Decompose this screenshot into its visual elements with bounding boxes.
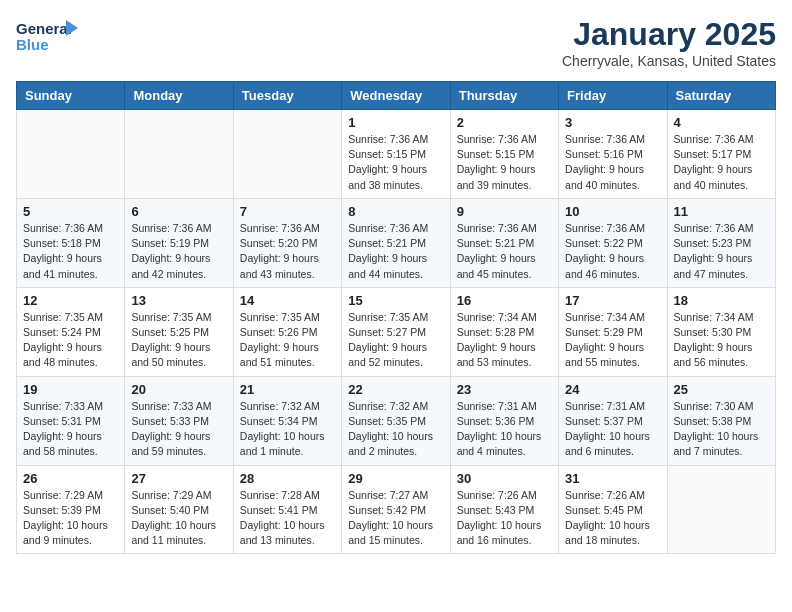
- day-number: 6: [131, 204, 226, 219]
- weekday-header: Friday: [559, 82, 667, 110]
- day-info: Sunrise: 7:33 AM Sunset: 5:33 PM Dayligh…: [131, 399, 226, 460]
- calendar-cell: 16Sunrise: 7:34 AM Sunset: 5:28 PM Dayli…: [450, 287, 558, 376]
- calendar-cell: [125, 110, 233, 199]
- day-number: 25: [674, 382, 769, 397]
- day-number: 23: [457, 382, 552, 397]
- day-number: 15: [348, 293, 443, 308]
- calendar-cell: 23Sunrise: 7:31 AM Sunset: 5:36 PM Dayli…: [450, 376, 558, 465]
- day-info: Sunrise: 7:35 AM Sunset: 5:25 PM Dayligh…: [131, 310, 226, 371]
- day-info: Sunrise: 7:26 AM Sunset: 5:43 PM Dayligh…: [457, 488, 552, 549]
- day-info: Sunrise: 7:36 AM Sunset: 5:21 PM Dayligh…: [457, 221, 552, 282]
- calendar-cell: 11Sunrise: 7:36 AM Sunset: 5:23 PM Dayli…: [667, 198, 775, 287]
- day-info: Sunrise: 7:31 AM Sunset: 5:37 PM Dayligh…: [565, 399, 660, 460]
- day-number: 11: [674, 204, 769, 219]
- month-title: January 2025: [562, 16, 776, 53]
- calendar-cell: 25Sunrise: 7:30 AM Sunset: 5:38 PM Dayli…: [667, 376, 775, 465]
- day-info: Sunrise: 7:33 AM Sunset: 5:31 PM Dayligh…: [23, 399, 118, 460]
- calendar-week-row: 19Sunrise: 7:33 AM Sunset: 5:31 PM Dayli…: [17, 376, 776, 465]
- calendar-cell: 5Sunrise: 7:36 AM Sunset: 5:18 PM Daylig…: [17, 198, 125, 287]
- calendar-cell: [667, 465, 775, 554]
- day-number: 22: [348, 382, 443, 397]
- weekday-header: Tuesday: [233, 82, 341, 110]
- calendar-cell: 15Sunrise: 7:35 AM Sunset: 5:27 PM Dayli…: [342, 287, 450, 376]
- day-info: Sunrise: 7:26 AM Sunset: 5:45 PM Dayligh…: [565, 488, 660, 549]
- day-info: Sunrise: 7:36 AM Sunset: 5:18 PM Dayligh…: [23, 221, 118, 282]
- day-info: Sunrise: 7:30 AM Sunset: 5:38 PM Dayligh…: [674, 399, 769, 460]
- day-info: Sunrise: 7:35 AM Sunset: 5:27 PM Dayligh…: [348, 310, 443, 371]
- calendar-cell: 2Sunrise: 7:36 AM Sunset: 5:15 PM Daylig…: [450, 110, 558, 199]
- weekday-header: Wednesday: [342, 82, 450, 110]
- calendar-cell: 21Sunrise: 7:32 AM Sunset: 5:34 PM Dayli…: [233, 376, 341, 465]
- day-info: Sunrise: 7:32 AM Sunset: 5:34 PM Dayligh…: [240, 399, 335, 460]
- calendar-cell: 18Sunrise: 7:34 AM Sunset: 5:30 PM Dayli…: [667, 287, 775, 376]
- calendar-cell: 10Sunrise: 7:36 AM Sunset: 5:22 PM Dayli…: [559, 198, 667, 287]
- title-section: January 2025 Cherryvale, Kansas, United …: [562, 16, 776, 69]
- day-number: 19: [23, 382, 118, 397]
- calendar-cell: 29Sunrise: 7:27 AM Sunset: 5:42 PM Dayli…: [342, 465, 450, 554]
- logo: GeneralBlue: [16, 16, 81, 56]
- calendar-cell: 1Sunrise: 7:36 AM Sunset: 5:15 PM Daylig…: [342, 110, 450, 199]
- calendar-cell: 26Sunrise: 7:29 AM Sunset: 5:39 PM Dayli…: [17, 465, 125, 554]
- day-info: Sunrise: 7:28 AM Sunset: 5:41 PM Dayligh…: [240, 488, 335, 549]
- day-info: Sunrise: 7:36 AM Sunset: 5:20 PM Dayligh…: [240, 221, 335, 282]
- calendar-cell: 13Sunrise: 7:35 AM Sunset: 5:25 PM Dayli…: [125, 287, 233, 376]
- day-info: Sunrise: 7:29 AM Sunset: 5:40 PM Dayligh…: [131, 488, 226, 549]
- logo-svg: GeneralBlue: [16, 16, 81, 56]
- calendar-week-row: 5Sunrise: 7:36 AM Sunset: 5:18 PM Daylig…: [17, 198, 776, 287]
- calendar-cell: 9Sunrise: 7:36 AM Sunset: 5:21 PM Daylig…: [450, 198, 558, 287]
- day-info: Sunrise: 7:27 AM Sunset: 5:42 PM Dayligh…: [348, 488, 443, 549]
- day-number: 21: [240, 382, 335, 397]
- day-number: 2: [457, 115, 552, 130]
- day-number: 5: [23, 204, 118, 219]
- calendar-cell: 30Sunrise: 7:26 AM Sunset: 5:43 PM Dayli…: [450, 465, 558, 554]
- weekday-header: Sunday: [17, 82, 125, 110]
- day-number: 28: [240, 471, 335, 486]
- day-info: Sunrise: 7:35 AM Sunset: 5:24 PM Dayligh…: [23, 310, 118, 371]
- day-info: Sunrise: 7:35 AM Sunset: 5:26 PM Dayligh…: [240, 310, 335, 371]
- day-number: 1: [348, 115, 443, 130]
- calendar-table: SundayMondayTuesdayWednesdayThursdayFrid…: [16, 81, 776, 554]
- day-number: 16: [457, 293, 552, 308]
- weekday-header: Monday: [125, 82, 233, 110]
- day-number: 27: [131, 471, 226, 486]
- calendar-cell: 24Sunrise: 7:31 AM Sunset: 5:37 PM Dayli…: [559, 376, 667, 465]
- calendar-cell: 17Sunrise: 7:34 AM Sunset: 5:29 PM Dayli…: [559, 287, 667, 376]
- day-number: 13: [131, 293, 226, 308]
- calendar-week-row: 12Sunrise: 7:35 AM Sunset: 5:24 PM Dayli…: [17, 287, 776, 376]
- svg-text:Blue: Blue: [16, 36, 49, 53]
- calendar-week-row: 1Sunrise: 7:36 AM Sunset: 5:15 PM Daylig…: [17, 110, 776, 199]
- calendar-cell: 20Sunrise: 7:33 AM Sunset: 5:33 PM Dayli…: [125, 376, 233, 465]
- weekday-header: Saturday: [667, 82, 775, 110]
- calendar-cell: 22Sunrise: 7:32 AM Sunset: 5:35 PM Dayli…: [342, 376, 450, 465]
- calendar-cell: 3Sunrise: 7:36 AM Sunset: 5:16 PM Daylig…: [559, 110, 667, 199]
- day-number: 8: [348, 204, 443, 219]
- calendar-cell: 31Sunrise: 7:26 AM Sunset: 5:45 PM Dayli…: [559, 465, 667, 554]
- calendar-header-row: SundayMondayTuesdayWednesdayThursdayFrid…: [17, 82, 776, 110]
- calendar-cell: 19Sunrise: 7:33 AM Sunset: 5:31 PM Dayli…: [17, 376, 125, 465]
- day-info: Sunrise: 7:36 AM Sunset: 5:16 PM Dayligh…: [565, 132, 660, 193]
- day-number: 14: [240, 293, 335, 308]
- calendar-week-row: 26Sunrise: 7:29 AM Sunset: 5:39 PM Dayli…: [17, 465, 776, 554]
- day-info: Sunrise: 7:32 AM Sunset: 5:35 PM Dayligh…: [348, 399, 443, 460]
- day-info: Sunrise: 7:29 AM Sunset: 5:39 PM Dayligh…: [23, 488, 118, 549]
- day-number: 17: [565, 293, 660, 308]
- day-number: 7: [240, 204, 335, 219]
- day-info: Sunrise: 7:36 AM Sunset: 5:23 PM Dayligh…: [674, 221, 769, 282]
- calendar-cell: 28Sunrise: 7:28 AM Sunset: 5:41 PM Dayli…: [233, 465, 341, 554]
- page-header: GeneralBlue January 2025 Cherryvale, Kan…: [16, 16, 776, 69]
- day-number: 29: [348, 471, 443, 486]
- svg-marker-2: [66, 20, 78, 36]
- calendar-cell: 7Sunrise: 7:36 AM Sunset: 5:20 PM Daylig…: [233, 198, 341, 287]
- calendar-cell: 6Sunrise: 7:36 AM Sunset: 5:19 PM Daylig…: [125, 198, 233, 287]
- day-number: 31: [565, 471, 660, 486]
- location: Cherryvale, Kansas, United States: [562, 53, 776, 69]
- day-number: 4: [674, 115, 769, 130]
- calendar-cell: [17, 110, 125, 199]
- day-info: Sunrise: 7:36 AM Sunset: 5:19 PM Dayligh…: [131, 221, 226, 282]
- day-info: Sunrise: 7:31 AM Sunset: 5:36 PM Dayligh…: [457, 399, 552, 460]
- day-info: Sunrise: 7:34 AM Sunset: 5:29 PM Dayligh…: [565, 310, 660, 371]
- day-info: Sunrise: 7:34 AM Sunset: 5:28 PM Dayligh…: [457, 310, 552, 371]
- day-info: Sunrise: 7:36 AM Sunset: 5:21 PM Dayligh…: [348, 221, 443, 282]
- day-number: 10: [565, 204, 660, 219]
- day-number: 24: [565, 382, 660, 397]
